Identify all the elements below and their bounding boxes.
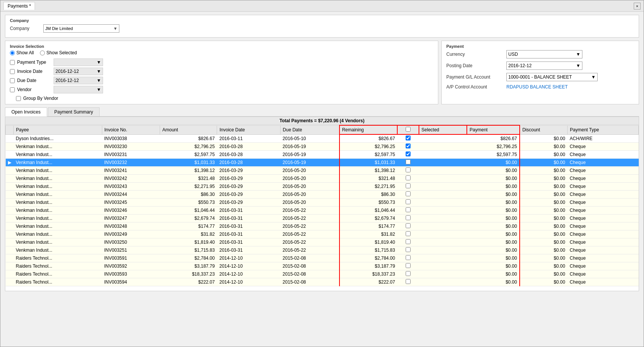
- row-checkbox[interactable]: [406, 207, 411, 212]
- table-row[interactable]: ▶ Venkman Indust... INV003232 $1,031.33 …: [6, 159, 639, 167]
- show-all-radio[interactable]: Show All: [10, 50, 34, 55]
- check-cell[interactable]: [397, 270, 419, 278]
- table-row[interactable]: Dyson Industries... INV003038 $826.67 20…: [6, 134, 639, 143]
- row-checkbox[interactable]: [406, 151, 411, 156]
- row-checkbox[interactable]: [406, 144, 411, 148]
- row-checkbox[interactable]: [406, 239, 411, 244]
- arrow-cell: [6, 167, 14, 175]
- check-all-checkbox[interactable]: [406, 127, 411, 132]
- check-cell[interactable]: [397, 175, 419, 183]
- due-date-cell: 2016-05-20: [280, 175, 339, 183]
- posting-date-select[interactable]: 2016-12-12 ▼: [506, 62, 582, 70]
- payment-type-checkbox[interactable]: [10, 60, 15, 65]
- check-cell[interactable]: [397, 199, 419, 207]
- table-row[interactable]: Raiders Technol... INV003594 $222.07 201…: [6, 278, 639, 286]
- col-invoice-date[interactable]: Invoice Date: [217, 125, 280, 134]
- col-payment[interactable]: Payment: [467, 125, 520, 134]
- check-cell[interactable]: [397, 191, 419, 199]
- tab-payment-summary[interactable]: Payment Summary: [48, 107, 100, 116]
- row-checkbox[interactable]: [406, 215, 411, 220]
- table-row[interactable]: Venkman Indust... INV003246 $1,046.44 20…: [6, 207, 639, 215]
- invoices-table-container[interactable]: Total Payments = $7,220.96 (4 Vendors) P…: [5, 117, 639, 291]
- gl-account-row: Payment G/L Account 1000-0001 - BALANCE …: [446, 73, 634, 81]
- table-row[interactable]: Venkman Indust... INV003242 $321.48 2016…: [6, 175, 639, 183]
- row-checkbox[interactable]: [406, 167, 411, 172]
- due-date-select[interactable]: 2016-12-12 ▼: [54, 77, 103, 84]
- show-selected-radio[interactable]: Show Selected: [40, 50, 77, 55]
- payment-cell: $2,796.25: [467, 143, 520, 151]
- check-cell[interactable]: [397, 159, 419, 167]
- check-cell[interactable]: [397, 151, 419, 159]
- currency-select[interactable]: USD ▼: [506, 50, 582, 58]
- discount-cell: $0.00: [520, 175, 568, 183]
- show-all-radio-input[interactable]: [10, 50, 15, 55]
- row-checkbox[interactable]: [406, 175, 411, 180]
- col-remaining[interactable]: Remaining: [339, 125, 398, 134]
- col-payment-type[interactable]: Payment Type: [568, 125, 639, 134]
- window-tab-title[interactable]: Payments *: [3, 2, 35, 10]
- row-checkbox[interactable]: [406, 271, 411, 276]
- vendor-checkbox[interactable]: [10, 87, 15, 92]
- check-cell[interactable]: [397, 207, 419, 215]
- check-cell[interactable]: [397, 222, 419, 230]
- vendor-select[interactable]: ▼: [54, 86, 103, 93]
- table-row[interactable]: Venkman Indust... INV003248 $174.77 2016…: [6, 222, 639, 230]
- table-row[interactable]: Raiders Technol... INV003593 $18,337.23 …: [6, 270, 639, 278]
- table-row[interactable]: Venkman Indust... INV003247 $2,679.74 20…: [6, 215, 639, 222]
- col-check-all[interactable]: [397, 125, 419, 134]
- row-checkbox[interactable]: [406, 159, 411, 164]
- check-cell[interactable]: [397, 262, 419, 270]
- col-payee[interactable]: Payee: [14, 125, 102, 134]
- check-cell[interactable]: [397, 278, 419, 286]
- row-checkbox[interactable]: [406, 279, 411, 284]
- payment-type-select[interactable]: ▼: [54, 58, 103, 66]
- table-row[interactable]: Raiders Technol... INV003591 $2,784.00 2…: [6, 254, 639, 262]
- row-checkbox[interactable]: [406, 199, 411, 204]
- col-amount[interactable]: Amount: [160, 125, 217, 134]
- company-select[interactable]: JM Die Limited ▼: [43, 24, 119, 33]
- gl-account-select[interactable]: 1000-0001 - BALANCE SHEET ▼: [506, 73, 598, 81]
- col-selected[interactable]: Selected: [419, 125, 467, 134]
- check-cell[interactable]: [397, 238, 419, 246]
- discount-cell: $0.00: [520, 270, 568, 278]
- check-cell[interactable]: [397, 246, 419, 254]
- check-cell[interactable]: [397, 254, 419, 262]
- row-checkbox[interactable]: [406, 247, 411, 252]
- row-checkbox[interactable]: [406, 255, 411, 260]
- table-row[interactable]: Raiders Technol... INV003592 $3,187.79 2…: [6, 262, 639, 270]
- table-row[interactable]: Venkman Indust... INV003243 $2,271.95 20…: [6, 183, 639, 191]
- check-cell[interactable]: [397, 167, 419, 175]
- due-date-checkbox[interactable]: [10, 78, 15, 83]
- company-select-value: JM Die Limited: [45, 26, 73, 31]
- col-discount[interactable]: Discount: [520, 125, 568, 134]
- table-row[interactable]: Venkman Indust... INV003244 $86.30 2016-…: [6, 191, 639, 199]
- table-row[interactable]: Venkman Indust... INV003249 $31.82 2016-…: [6, 230, 639, 238]
- table-row[interactable]: Venkman Indust... INV003250 $1,819.40 20…: [6, 238, 639, 246]
- check-cell[interactable]: [397, 183, 419, 191]
- row-checkbox[interactable]: [406, 263, 411, 268]
- row-checkbox[interactable]: [406, 183, 411, 188]
- row-checkbox[interactable]: [406, 191, 411, 196]
- col-due-date[interactable]: Due Date: [280, 125, 339, 134]
- ap-control-value[interactable]: RDAPUSD BALANCE SHEET: [506, 84, 568, 90]
- table-row[interactable]: Venkman Indust... INV003241 $1,398.12 20…: [6, 167, 639, 175]
- table-row[interactable]: Venkman Indust... INV003245 $550.73 2016…: [6, 199, 639, 207]
- check-cell[interactable]: [397, 215, 419, 222]
- table-row[interactable]: Venkman Indust... INV003230 $2,796.25 20…: [6, 143, 639, 151]
- row-checkbox[interactable]: [406, 136, 411, 140]
- invoice-date-select[interactable]: 2016-12-12 ▼: [54, 68, 103, 75]
- table-row[interactable]: Venkman Indust... INV003251 $1,715.83 20…: [6, 246, 639, 254]
- table-row[interactable]: Venkman Indust... INV003231 $2,597.75 20…: [6, 151, 639, 159]
- row-checkbox[interactable]: [406, 223, 411, 228]
- col-invoice-no[interactable]: Invoice No.: [102, 125, 160, 134]
- invoice-date-cell: 2016-03-31: [217, 207, 280, 215]
- row-checkbox[interactable]: [406, 231, 411, 236]
- check-cell[interactable]: [397, 143, 419, 151]
- check-cell[interactable]: [397, 230, 419, 238]
- group-by-vendor-checkbox[interactable]: [16, 96, 21, 101]
- check-cell[interactable]: [397, 134, 419, 143]
- invoice-date-checkbox[interactable]: [10, 69, 15, 74]
- close-button[interactable]: ×: [634, 3, 641, 9]
- show-selected-radio-input[interactable]: [40, 50, 45, 55]
- tab-open-invoices[interactable]: Open Invoices: [5, 107, 47, 117]
